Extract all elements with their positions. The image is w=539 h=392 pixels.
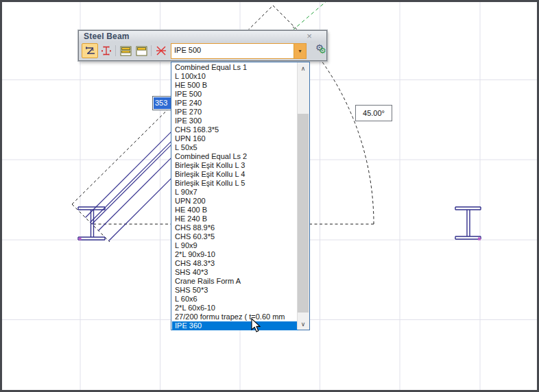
dropdown-item[interactable]: HE 240 B	[172, 215, 298, 223]
dropdown-item[interactable]: UPN 160	[172, 134, 298, 143]
dropdown-item[interactable]: L 100x10	[172, 72, 298, 81]
draw-beam-sketch-button[interactable]	[82, 43, 98, 58]
dropdown-item[interactable]: HE 400 B	[172, 206, 298, 215]
toolbar-titlebar[interactable]: Steel Beam ×	[79, 31, 326, 42]
dropdown-item[interactable]: Combined Equal Ls 1	[172, 63, 298, 72]
beam-plan-outline-icon	[136, 46, 147, 56]
angle-label: 45.00°	[355, 105, 392, 121]
dropdown-item[interactable]: IPE 240	[172, 99, 298, 108]
beam-plan-filled-icon	[120, 46, 132, 56]
beam-top-view-outline-button[interactable]	[134, 43, 149, 58]
toolbar-button-row: IPE 500 ▾ ⚙ ⚙	[79, 42, 326, 61]
profile-combo-box[interactable]: IPE 500 ▾	[171, 43, 307, 59]
settings-gears-button[interactable]: ⚙ ⚙	[315, 44, 328, 58]
dropdown-item[interactable]: SHS 50*3	[172, 286, 298, 295]
dropdown-item[interactable]: L 60x6	[172, 295, 298, 304]
dropdown-item[interactable]: Combined Equal Ls 2	[172, 152, 298, 161]
snap-star-button[interactable]	[154, 43, 169, 58]
dimension-selected-text: 353	[154, 97, 171, 109]
dropdown-item[interactable]: 2*L 90x9-10	[172, 250, 298, 259]
profile-dropdown: Combined Equal Ls 1L 100x10HE 500 BIPE 5…	[171, 62, 310, 330]
dropdown-item[interactable]: CHS 60.3*5	[172, 232, 298, 241]
toolbar-separator	[151, 45, 152, 56]
dropdown-item[interactable]: CHS 88.9*6	[172, 223, 298, 232]
scrollbar-thumb[interactable]	[298, 114, 309, 313]
right-column-beam[interactable]	[455, 207, 481, 239]
combo-dropdown-arrow-icon[interactable]: ▾	[294, 44, 306, 58]
toolbar-title: Steel Beam	[79, 32, 130, 41]
dropdown-item[interactable]: 2*L 60x6-10	[172, 304, 298, 313]
dropdown-item[interactable]: Birleşik Eşit Kollu L 3	[172, 161, 298, 170]
snap-guide-green-line	[288, 0, 328, 34]
i-beam-section-icon	[101, 45, 112, 56]
dropdown-item[interactable]: Birleşik Eşit Kollu L 5	[172, 179, 298, 188]
scroll-down-icon[interactable]: ∨	[298, 318, 309, 330]
cad-application-window: 353 45.00° Steel Beam ×	[0, 0, 539, 392]
dropdown-item[interactable]: CHS 48.3*3	[172, 259, 298, 268]
dropdown-item[interactable]: CHS 168.3*5	[172, 125, 298, 134]
beam-sketch-icon	[84, 45, 96, 56]
dropdown-item[interactable]: L 90x7	[172, 188, 298, 197]
steel-beam-toolbar-window: Steel Beam ×	[78, 30, 327, 61]
close-icon[interactable]: ×	[304, 32, 314, 41]
dropdown-item[interactable]: IPE 360	[172, 321, 298, 330]
dropdown-item[interactable]: IPE 500	[172, 90, 298, 99]
dropdown-scrollbar[interactable]: ∧ ∨	[297, 62, 309, 330]
dropdown-item[interactable]: L 50x5	[172, 143, 298, 152]
dropdown-item[interactable]: SHS 40*3	[172, 268, 298, 277]
dropdown-item[interactable]: IPE 300	[172, 117, 298, 125]
toolbar-separator	[115, 45, 116, 56]
dropdown-item[interactable]: UPN 200	[172, 197, 298, 206]
dropdown-item[interactable]: L 90x9	[172, 241, 298, 250]
beam-top-view-filled-button[interactable]	[118, 43, 133, 58]
diagonal-beam-member[interactable]	[86, 126, 178, 241]
dropdown-item[interactable]: IPE 270	[172, 108, 298, 117]
scroll-up-icon[interactable]: ∧	[298, 62, 309, 74]
dropdown-item[interactable]: Crane Rails Form A	[172, 277, 298, 286]
red-star-icon	[156, 45, 167, 56]
profile-combo-value: IPE 500	[174, 46, 201, 54]
dropdown-item[interactable]: HE 500 B	[172, 81, 298, 90]
beam-section-button[interactable]	[99, 43, 114, 58]
dropdown-item[interactable]: Birleşik Eşit Kollu L 4	[172, 170, 298, 179]
dropdown-item[interactable]: 27/200 formu trapez ( t=0.60 mm	[172, 313, 298, 321]
gear-icon: ⚙	[319, 46, 326, 56]
profile-dropdown-list: Combined Equal Ls 1L 100x10HE 500 BIPE 5…	[172, 63, 298, 330]
dimension-edit-field[interactable]: 353	[152, 96, 173, 110]
